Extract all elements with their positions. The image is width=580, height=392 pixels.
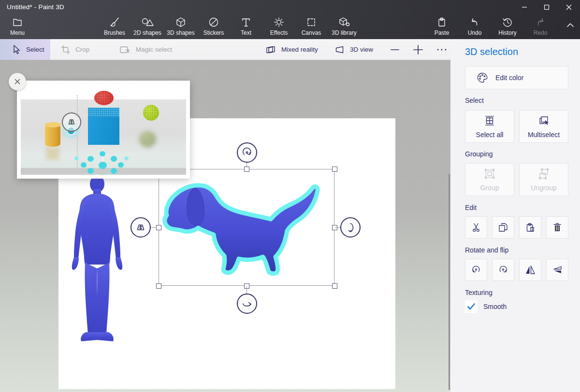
smooth-checkbox[interactable] [465,300,478,313]
crop-icon [61,45,71,55]
paste-label: Paste [435,29,450,36]
rotate-y-handle[interactable] [340,217,361,238]
selection-handle-sw[interactable] [156,283,161,289]
3d-library-button[interactable]: 3D library [329,16,360,38]
teal-dot [81,162,87,168]
checkmark-icon [467,303,476,310]
text-icon [241,16,251,28]
history-clock-icon [502,16,513,28]
texturing-section-label: Texturing [465,289,493,296]
text-button[interactable]: Text [231,16,261,38]
more-options-button[interactable] [436,39,448,60]
redo-button[interactable]: Redo [525,16,556,38]
depth-anchor-handle[interactable] [130,217,151,238]
vertical-scrollbar[interactable] [449,174,450,390]
paste-button[interactable]: Paste [426,16,457,38]
3d-view-button[interactable]: 3D view [334,39,373,60]
flip-vertical-button[interactable] [546,259,568,281]
multiselect-button[interactable]: Multiselect [519,110,568,143]
maximize-button[interactable] [536,0,558,14]
ungroup-label: Ungroup [531,184,557,192]
paste-panel-button[interactable] [519,216,541,238]
teal-dot [111,168,117,174]
edit-color-label: Edit color [495,74,523,82]
magic-select-button[interactable]: Magic select [119,39,172,60]
undo-button[interactable]: Undo [459,16,490,38]
popup-close-button[interactable] [9,73,26,90]
selection-handle-se[interactable] [332,283,337,289]
rotate-cw-button[interactable] [492,259,514,281]
canvas-frame-icon [305,16,317,28]
collapse-ribbon-button[interactable] [555,19,580,41]
teal-dot [105,174,111,175]
ellipsis-icon [436,44,448,55]
blurred-green-sphere [139,131,156,147]
depth-stem [151,227,157,228]
stickers-button[interactable]: Stickers [198,16,229,38]
plus-icon [412,44,424,56]
group-button[interactable]: Group [465,163,514,196]
palette-icon [476,71,489,84]
text-label: Text [241,29,251,36]
3d-model-man[interactable] [62,174,130,346]
selection-handle-ne[interactable] [332,167,337,172]
3d-selection-panel: 3D selection Edit color Select Select al… [450,39,580,392]
canvas-button[interactable]: Canvas [296,16,327,38]
delete-button[interactable] [546,216,568,238]
mixed-reality-icon [265,45,276,55]
rotate-z-handle[interactable] [237,142,257,163]
minimize-icon [522,4,527,10]
tutorial-popup[interactable] [17,81,190,179]
rotate-x-handle[interactable] [237,294,257,314]
history-button[interactable]: History [492,16,523,38]
rotate-ccw-button[interactable] [465,259,487,281]
undo-icon [469,16,480,28]
select-section-label: Select [465,97,484,104]
zoom-in-button[interactable] [412,39,424,60]
ungroup-button[interactable]: Ungroup [519,163,568,196]
teal-dot [111,156,117,162]
select-all-button[interactable]: Select all [465,110,514,143]
close-button[interactable] [558,0,580,14]
multiselect-label: Multiselect [528,131,560,139]
blue-cube-top [88,108,119,117]
select-tool-button[interactable]: Select [12,39,44,60]
paste-clipboard-icon [436,16,448,28]
minus-icon [390,44,400,55]
copy-button[interactable] [492,216,514,238]
history-label: History [498,29,516,36]
minimize-button[interactable] [513,0,536,14]
3d-shapes-button[interactable]: 3D shapes [165,16,196,38]
2d-shapes-button[interactable]: 2D shapes [132,16,163,38]
selection-handle-w[interactable] [156,225,161,230]
mixed-reality-button[interactable]: Mixed reality [265,39,318,60]
effects-button[interactable]: Effects [263,16,294,38]
green-sphere [143,105,159,121]
flip-horizontal-button[interactable] [519,259,541,281]
3d-view-label: 3D view [350,46,373,53]
crop-tool-button[interactable]: Crop [61,39,89,60]
teal-dot [93,174,99,175]
3d-library-icon [338,16,350,28]
workspace[interactable] [0,60,450,392]
canvas-label: Canvas [302,29,321,36]
menu-button[interactable]: Menu [2,16,33,38]
mixed-reality-label: Mixed reality [281,46,318,53]
brushes-button[interactable]: Brushes [99,16,130,38]
zoom-out-button[interactable] [390,39,400,60]
teal-dot [74,156,79,160]
edit-color-button[interactable]: Edit color [465,66,568,89]
blue-cube [88,117,119,145]
3d-shapes-label: 3D shapes [167,29,194,36]
select-tool-label: Select [26,46,44,53]
cut-button[interactable] [465,216,487,238]
teal-dot [124,156,129,160]
selection-box[interactable] [159,169,334,286]
red-sphere [94,91,114,105]
tools-ribbon: Select Crop Magic select Mixed reality 3… [0,39,450,60]
magic-select-label: Magic select [136,46,172,53]
rotate-ccw-icon [470,264,482,276]
cylinder-reflection [46,147,59,160]
panel-title: 3D selection [465,46,518,57]
multiselect-icon [537,114,550,127]
